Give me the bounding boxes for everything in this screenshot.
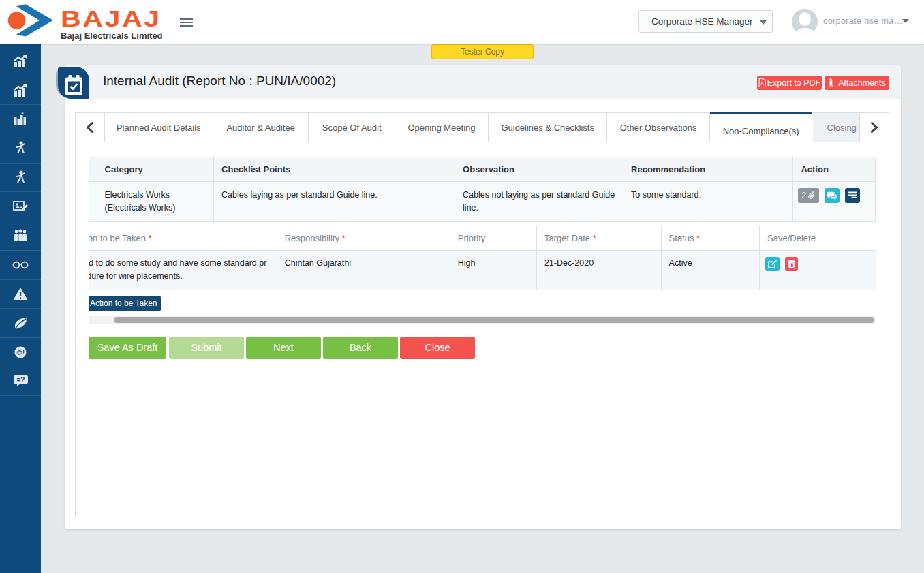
svg-text:@!: @!	[16, 349, 25, 356]
svg-text:=?: =?	[16, 376, 25, 384]
svg-text:A: A	[760, 81, 764, 86]
